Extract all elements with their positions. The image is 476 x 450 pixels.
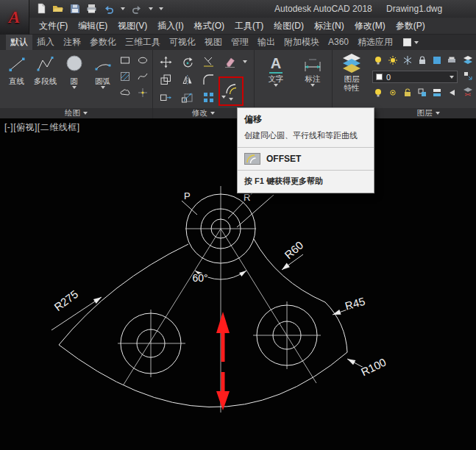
ellipse-icon[interactable]	[138, 55, 148, 65]
tooltip-description: 创建同心圆、平行线和等距曲线	[244, 130, 367, 141]
layer-prev-icon[interactable]	[447, 88, 457, 98]
polyline-tool-button[interactable]: 多段线	[32, 52, 59, 89]
arc-icon	[93, 54, 113, 74]
tab-add-ins[interactable]: 附加模块	[280, 35, 324, 50]
undo-dropdown-icon[interactable]	[121, 7, 125, 10]
scale-icon[interactable]	[181, 91, 193, 104]
new-file-icon[interactable]	[35, 3, 46, 14]
array-icon[interactable]	[202, 91, 215, 104]
tab-featured-apps[interactable]: 精选应用	[353, 35, 397, 50]
layer-unlock-icon[interactable]	[402, 88, 413, 98]
dim-r60: R60	[282, 238, 305, 261]
tab-insert[interactable]: 插入	[32, 35, 59, 50]
tab-manage[interactable]: 管理	[227, 35, 253, 50]
current-layer-name: 0	[386, 73, 446, 82]
layer-thaw-icon[interactable]	[388, 88, 398, 98]
move-icon[interactable]	[160, 56, 172, 68]
spline-icon[interactable]	[138, 71, 148, 82]
text-tool-label: 文字	[269, 74, 284, 83]
arc-tool-button[interactable]: 圆弧	[89, 52, 116, 89]
stretch-icon[interactable]	[160, 91, 172, 104]
layer-isolate-icon[interactable]	[388, 55, 398, 65]
redo-icon[interactable]	[131, 3, 143, 14]
line-tool-button[interactable]: 直线	[3, 52, 30, 89]
layer-match-icon[interactable]	[432, 88, 442, 98]
draw-panel-label[interactable]: 绘图	[0, 108, 152, 118]
menu-item-modify[interactable]: 修改(M)	[349, 18, 391, 34]
circle-tool-label: 圆	[70, 76, 78, 85]
tab-a360[interactable]: A360	[324, 35, 353, 50]
revcloud-icon[interactable]	[120, 88, 130, 98]
menu-item-dimension[interactable]: 标注(N)	[309, 18, 349, 34]
tab-visualize[interactable]: 可视化	[165, 35, 200, 50]
drawing-circles[interactable]	[121, 194, 317, 374]
circle-tool-button[interactable]: 圆	[60, 52, 88, 89]
fillet-icon[interactable]	[202, 74, 215, 86]
drawing-outline[interactable]	[59, 239, 347, 407]
offset-thumbnail-icon	[244, 153, 260, 165]
point-icon[interactable]	[138, 88, 148, 98]
save-icon[interactable]	[69, 3, 80, 14]
menu-item-insert[interactable]: 插入(I)	[152, 18, 188, 34]
draw-extra-tools	[118, 54, 152, 99]
tab-output[interactable]: 输出	[253, 35, 280, 50]
menu-item-tools[interactable]: 工具(T)	[230, 18, 269, 34]
offset-dropdown-icon	[229, 98, 233, 101]
viewport-controls[interactable]: [-][俯视][二维线框]	[4, 121, 80, 134]
menu-item-file[interactable]: 文件(F)	[34, 18, 73, 34]
arc-dropdown-icon[interactable]	[101, 86, 105, 89]
title-bar: A Autodesk AutoCAD 2018 Drawing1.dwg	[0, 0, 476, 18]
open-file-icon[interactable]	[52, 3, 63, 14]
layer-properties-icon	[341, 52, 362, 74]
line-tool-label: 直线	[9, 76, 24, 85]
tab-annotate[interactable]: 注释	[59, 35, 85, 50]
layer-color-icon[interactable]	[432, 55, 442, 65]
tab-view[interactable]: 视图	[200, 35, 227, 50]
dimension-icon	[302, 55, 323, 73]
text-tool-button[interactable]: A 文字	[259, 51, 293, 87]
menu-item-draw[interactable]: 绘图(D)	[269, 18, 309, 34]
copy-icon[interactable]	[160, 74, 172, 86]
dimension-tool-button[interactable]: 标注	[296, 51, 330, 87]
tab-3d-tools[interactable]: 三维工具	[121, 35, 165, 50]
undo-icon[interactable]	[103, 3, 115, 14]
layer-combo-dropdown-icon	[450, 76, 454, 79]
layer-walk-icon[interactable]	[417, 88, 427, 98]
erase-icon[interactable]	[224, 56, 236, 68]
layer-plot-icon[interactable]	[447, 55, 457, 65]
draw-panel-expand-icon	[83, 112, 88, 115]
plot-icon[interactable]	[86, 3, 97, 14]
layer-select-combo[interactable]: 0	[372, 71, 458, 83]
layer-extra-tools	[462, 55, 474, 96]
layer-properties-button[interactable]: 图层 特性	[335, 52, 369, 107]
layer-lock-icon[interactable]	[417, 55, 427, 65]
tab-parametric[interactable]: 参数化	[85, 35, 121, 50]
circle-dropdown-icon[interactable]	[72, 86, 77, 89]
ribbon-display-toggle[interactable]	[403, 38, 419, 46]
menu-item-parametric[interactable]: 参数(P)	[391, 18, 430, 34]
trim-icon[interactable]	[202, 56, 215, 68]
app-menu-button[interactable]: A	[0, 0, 29, 35]
redo-dropdown-icon[interactable]	[149, 7, 153, 10]
line-icon	[7, 54, 26, 74]
modify-row1-dropdown-icon[interactable]	[243, 60, 247, 63]
layer-off-icon[interactable]	[373, 55, 383, 65]
rotate-icon[interactable]	[181, 56, 193, 68]
menu-item-edit[interactable]: 编辑(E)	[73, 18, 113, 34]
layer-state-icon[interactable]	[463, 55, 473, 65]
dim-fragment-right: R	[244, 192, 250, 203]
offset-tool-button[interactable]	[221, 79, 241, 104]
menu-item-format[interactable]: 格式(O)	[189, 18, 230, 34]
layer-freeze-icon[interactable]	[402, 55, 413, 65]
layer-merge-icon[interactable]	[463, 71, 473, 81]
layer-on-icon[interactable]	[373, 88, 383, 98]
text-dropdown-icon[interactable]	[274, 84, 278, 87]
layer-delete-icon[interactable]	[463, 86, 473, 96]
menu-item-view[interactable]: 视图(V)	[113, 18, 152, 34]
rectangle-icon[interactable]	[120, 55, 130, 65]
tab-default[interactable]: 默认	[6, 35, 32, 50]
dimension-dropdown-icon[interactable]	[310, 84, 315, 87]
qat-customize-icon[interactable]	[159, 7, 163, 10]
mirror-icon[interactable]	[181, 74, 193, 86]
hatch-icon[interactable]	[120, 71, 130, 82]
